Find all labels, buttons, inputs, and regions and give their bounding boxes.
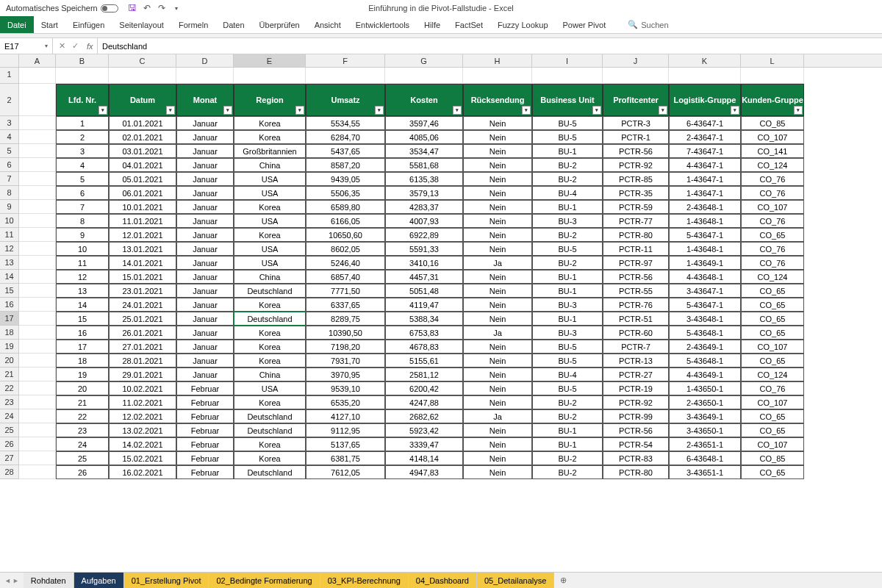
cell-I10[interactable]: BU-3 bbox=[532, 214, 603, 228]
cell-G17[interactable]: 5388,34 bbox=[385, 312, 463, 326]
cell-B14[interactable]: 12 bbox=[56, 270, 109, 284]
cell-J25[interactable]: PCTR-56 bbox=[603, 423, 669, 437]
cell-B10[interactable]: 8 bbox=[56, 214, 109, 228]
cell-I18[interactable]: BU-3 bbox=[532, 326, 603, 340]
tell-me-search[interactable]: 🔍 Suchen bbox=[628, 20, 668, 29]
cell-F26[interactable]: 5137,65 bbox=[306, 437, 385, 451]
cell-L24[interactable]: CO_65 bbox=[741, 409, 804, 423]
cell-J21[interactable]: PCTR-27 bbox=[603, 368, 669, 381]
cell-A7[interactable] bbox=[19, 172, 56, 186]
cell-G10[interactable]: 4007,93 bbox=[385, 214, 463, 228]
ribbon-tab-formeln[interactable]: Formeln bbox=[171, 16, 215, 33]
cell-G28[interactable]: 4947,83 bbox=[385, 465, 463, 479]
cell-E7[interactable]: USA bbox=[234, 172, 306, 186]
ribbon-tab-hilfe[interactable]: Hilfe bbox=[417, 16, 448, 33]
cell-F10[interactable]: 6166,05 bbox=[306, 214, 385, 228]
cell-G19[interactable]: 4678,83 bbox=[385, 340, 463, 354]
cell-H15[interactable]: Nein bbox=[463, 284, 532, 298]
cell-G18[interactable]: 6753,83 bbox=[385, 326, 463, 340]
cell-H9[interactable]: Nein bbox=[463, 200, 532, 214]
cell-G7[interactable]: 6135,38 bbox=[385, 172, 463, 186]
toggle-switch-icon[interactable] bbox=[101, 4, 118, 12]
cell-L10[interactable]: CO_76 bbox=[741, 214, 804, 228]
cell-H16[interactable]: Nein bbox=[463, 298, 532, 312]
cell-K8[interactable]: 1-43647-1 bbox=[669, 186, 741, 200]
cell-B17[interactable]: 15 bbox=[56, 312, 109, 326]
cell-C11[interactable]: 12.01.2021 bbox=[109, 228, 176, 242]
cell-H23[interactable]: Nein bbox=[463, 395, 532, 409]
cell-E25[interactable]: Deutschland bbox=[234, 423, 306, 437]
cell-C6[interactable]: 04.01.2021 bbox=[109, 158, 176, 172]
cell-A19[interactable] bbox=[19, 340, 56, 354]
cell-K11[interactable]: 5-43647-1 bbox=[669, 228, 741, 242]
cell-D16[interactable]: Januar bbox=[176, 298, 234, 312]
cell-D5[interactable]: Januar bbox=[176, 144, 234, 158]
row-header[interactable]: 6 bbox=[0, 158, 19, 172]
cell-C24[interactable]: 12.02.2021 bbox=[109, 409, 176, 423]
cell-G13[interactable]: 3410,16 bbox=[385, 256, 463, 270]
cell-G2[interactable]: Kosten▾ bbox=[385, 84, 463, 116]
cell-F16[interactable]: 6337,65 bbox=[306, 298, 385, 312]
cell-J15[interactable]: PCTR-55 bbox=[603, 284, 669, 298]
row-header[interactable]: 8 bbox=[0, 186, 19, 200]
cell-L6[interactable]: CO_124 bbox=[741, 158, 804, 172]
cell-A6[interactable] bbox=[19, 158, 56, 172]
cell-J17[interactable]: PCTR-51 bbox=[603, 312, 669, 326]
cell-E3[interactable]: Korea bbox=[234, 116, 306, 130]
cell-B24[interactable]: 22 bbox=[56, 409, 109, 423]
cell-A8[interactable] bbox=[19, 186, 56, 200]
row-header[interactable]: 27 bbox=[0, 451, 19, 465]
cell-E28[interactable]: Deutschland bbox=[234, 465, 306, 479]
filter-dropdown-icon[interactable]: ▾ bbox=[166, 106, 175, 115]
cell-G12[interactable]: 5591,33 bbox=[385, 242, 463, 256]
cell-J10[interactable]: PCTR-77 bbox=[603, 214, 669, 228]
row-header[interactable]: 10 bbox=[0, 214, 19, 228]
cell-G23[interactable]: 4247,88 bbox=[385, 395, 463, 409]
cell-L16[interactable]: CO_65 bbox=[741, 298, 804, 312]
cell-K1[interactable] bbox=[669, 68, 741, 84]
cell-H22[interactable]: Nein bbox=[463, 381, 532, 395]
cell-B15[interactable]: 13 bbox=[56, 284, 109, 298]
cell-H12[interactable]: Nein bbox=[463, 242, 532, 256]
cell-H3[interactable]: Nein bbox=[463, 116, 532, 130]
cell-I5[interactable]: BU-1 bbox=[532, 144, 603, 158]
cell-D4[interactable]: Januar bbox=[176, 130, 234, 144]
cell-A25[interactable] bbox=[19, 423, 56, 437]
cell-D19[interactable]: Januar bbox=[176, 340, 234, 354]
cell-C1[interactable] bbox=[109, 68, 176, 84]
cell-L18[interactable]: CO_65 bbox=[741, 326, 804, 340]
cell-L8[interactable]: CO_76 bbox=[741, 186, 804, 200]
cell-K4[interactable]: 2-43647-1 bbox=[669, 130, 741, 144]
formula-input[interactable] bbox=[98, 42, 882, 51]
cell-B18[interactable]: 16 bbox=[56, 326, 109, 340]
cell-I7[interactable]: BU-2 bbox=[532, 172, 603, 186]
cell-K22[interactable]: 1-43650-1 bbox=[669, 381, 741, 395]
cell-I23[interactable]: BU-2 bbox=[532, 395, 603, 409]
column-header-J[interactable]: J bbox=[603, 54, 669, 67]
cell-I26[interactable]: BU-1 bbox=[532, 437, 603, 451]
cell-J7[interactable]: PCTR-85 bbox=[603, 172, 669, 186]
cell-C13[interactable]: 14.01.2021 bbox=[109, 256, 176, 270]
cell-A2[interactable] bbox=[19, 84, 56, 116]
column-header-B[interactable]: B bbox=[56, 54, 109, 67]
row-header[interactable]: 12 bbox=[0, 242, 19, 256]
cell-G26[interactable]: 3339,47 bbox=[385, 437, 463, 451]
cell-I27[interactable]: BU-2 bbox=[532, 451, 603, 465]
cell-B23[interactable]: 21 bbox=[56, 395, 109, 409]
cell-C23[interactable]: 11.02.2021 bbox=[109, 395, 176, 409]
column-header-F[interactable]: F bbox=[306, 54, 385, 67]
cell-D1[interactable] bbox=[176, 68, 234, 84]
filter-dropdown-icon[interactable]: ▾ bbox=[592, 106, 601, 115]
cell-H26[interactable]: Nein bbox=[463, 437, 532, 451]
cell-L12[interactable]: CO_76 bbox=[741, 242, 804, 256]
row-header[interactable]: 13 bbox=[0, 256, 19, 270]
cell-J3[interactable]: PCTR-3 bbox=[603, 116, 669, 130]
cell-F7[interactable]: 9439,05 bbox=[306, 172, 385, 186]
cell-B1[interactable] bbox=[56, 68, 109, 84]
cell-E14[interactable]: China bbox=[234, 270, 306, 284]
sheet-nav-first-icon[interactable]: ◄ bbox=[4, 577, 11, 584]
cell-D6[interactable]: Januar bbox=[176, 158, 234, 172]
cell-B25[interactable]: 23 bbox=[56, 423, 109, 437]
cell-K5[interactable]: 7-43647-1 bbox=[669, 144, 741, 158]
cell-K2[interactable]: Logistik-Gruppe▾ bbox=[669, 84, 741, 116]
